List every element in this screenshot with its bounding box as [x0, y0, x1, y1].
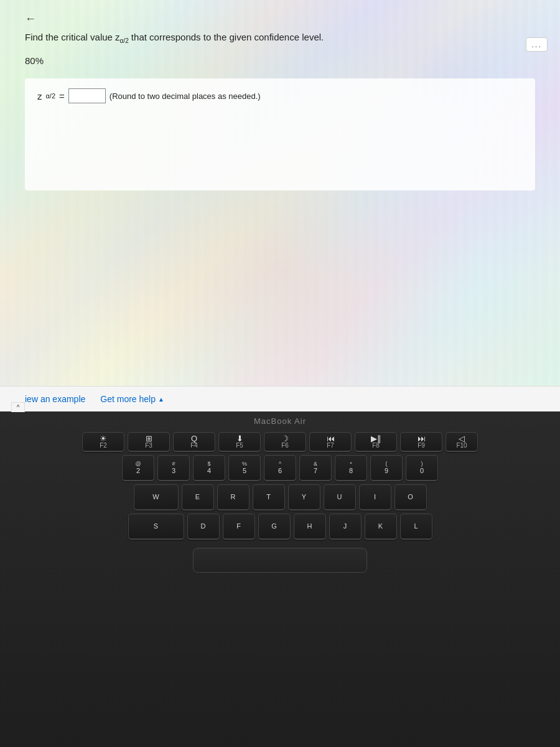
key-f4[interactable]: Q F4: [173, 432, 215, 452]
key-r[interactable]: R: [217, 484, 250, 510]
view-example-link[interactable]: iew an example: [25, 394, 85, 404]
question-suffix: that corresponds to the given confidence…: [129, 32, 324, 42]
key-j[interactable]: J: [329, 514, 362, 540]
key-rparen-0[interactable]: ) 0: [406, 455, 438, 481]
u-letter: U: [337, 494, 342, 500]
fn-key-row: ☀ F2 ⊞ F3 Q F4 ⬇ F5 ☽ F6 ⏮ F7: [16, 432, 544, 452]
caret-up-icon: ▲: [158, 396, 164, 403]
number-2: 2: [136, 467, 140, 474]
f10-label: F10: [456, 443, 467, 449]
key-d[interactable]: D: [187, 514, 220, 540]
d-letter: D: [201, 523, 206, 530]
key-hash-3[interactable]: # 3: [157, 455, 190, 481]
more-options-button[interactable]: ...: [526, 37, 548, 52]
key-h[interactable]: H: [294, 514, 326, 540]
f8-label: F8: [372, 443, 380, 449]
at-symbol: @: [135, 461, 141, 467]
ampersand-symbol: &: [314, 461, 317, 467]
f3-label: F3: [145, 443, 152, 449]
key-f9[interactable]: ⏭ F9: [400, 432, 442, 452]
formula-row: zα/2 = (Round to two decimal places as n…: [37, 88, 523, 103]
k-letter: K: [378, 523, 383, 530]
number-8: 8: [349, 467, 353, 474]
g-letter: G: [271, 523, 277, 530]
macbook-label: MacBook Air: [254, 416, 306, 426]
keyboard: ☀ F2 ⊞ F3 Q F4 ⬇ F5 ☽ F6 ⏮ F7: [9, 432, 551, 543]
key-o[interactable]: O: [394, 484, 427, 510]
key-f[interactable]: F: [223, 514, 255, 540]
left-paren: (: [386, 461, 388, 467]
get-more-help-text: Get more help: [100, 394, 156, 404]
bottom-bar: ^ iew an example Get more help ▲: [0, 386, 560, 411]
key-y[interactable]: Y: [288, 484, 320, 510]
dollar-symbol: $: [207, 461, 210, 467]
key-f8[interactable]: ▶‖ F8: [355, 432, 397, 452]
f2-label: F2: [100, 443, 107, 449]
key-u[interactable]: U: [324, 484, 356, 510]
f6-label: F6: [281, 443, 289, 449]
hash-symbol: #: [172, 461, 175, 467]
question-prefix: Find the critical value z: [25, 32, 120, 42]
f7-label: F7: [327, 443, 334, 449]
content-box: zα/2 = (Round to two decimal places as n…: [25, 78, 535, 190]
key-percent-5[interactable]: % 5: [228, 455, 261, 481]
y-letter: Y: [302, 494, 306, 500]
key-g[interactable]: G: [258, 514, 291, 540]
key-f10[interactable]: ◁ F10: [446, 432, 478, 452]
key-f2[interactable]: ☀ F2: [82, 432, 124, 452]
key-t[interactable]: T: [253, 484, 285, 510]
key-caret-6[interactable]: ^ 6: [264, 455, 296, 481]
key-amp-7[interactable]: & 7: [299, 455, 332, 481]
o-letter: O: [408, 494, 413, 500]
number-0: 0: [420, 467, 424, 474]
asterisk-symbol: *: [350, 461, 352, 467]
key-k[interactable]: K: [365, 514, 397, 540]
f5-label: F5: [236, 443, 243, 449]
w-letter: W: [152, 494, 159, 500]
f4-label: F4: [190, 443, 198, 449]
get-more-help-link[interactable]: Get more help ▲: [100, 394, 164, 404]
equals-sign: =: [59, 91, 65, 101]
question-title: Find the critical value zα/2 that corres…: [25, 31, 535, 45]
key-f6[interactable]: ☽ F6: [264, 432, 306, 452]
key-w[interactable]: W: [134, 484, 179, 510]
caret-symbol: ^: [279, 461, 281, 467]
z-subscript: α/2: [46, 92, 56, 100]
number-9: 9: [385, 467, 388, 474]
back-arrow[interactable]: ←: [25, 12, 36, 26]
s-letter: S: [154, 523, 158, 530]
number-4: 4: [207, 467, 211, 474]
z-prefix: z: [37, 91, 42, 101]
key-f3[interactable]: ⊞ F3: [128, 432, 170, 452]
round-note: (Round to two decimal places as needed.): [110, 92, 261, 101]
percent-symbol: %: [242, 461, 247, 467]
key-f7[interactable]: ⏮ F7: [309, 432, 352, 452]
f9-label: F9: [418, 443, 425, 449]
number-6: 6: [278, 467, 282, 474]
touchpad[interactable]: [193, 548, 367, 573]
question-subscript: α/2: [120, 37, 129, 44]
macbook-body: MacBook Air ☀ F2 ⊞ F3 Q F4 ⬇ F5 ☽ F6: [0, 411, 560, 747]
confidence-level: 80%: [25, 55, 535, 66]
right-paren: ): [421, 461, 423, 467]
number-3: 3: [172, 467, 175, 474]
h-letter: H: [307, 523, 312, 530]
key-l[interactable]: L: [400, 514, 432, 540]
number-7: 7: [314, 467, 317, 474]
key-asterisk-8[interactable]: * 8: [335, 455, 367, 481]
answer-input[interactable]: [68, 88, 106, 103]
f-letter: F: [236, 523, 241, 530]
key-lparen-9[interactable]: ( 9: [370, 455, 403, 481]
key-f5[interactable]: ⬇ F5: [218, 432, 261, 452]
key-at-2[interactable]: @ 2: [122, 455, 154, 481]
key-dollar-4[interactable]: $ 4: [193, 455, 225, 481]
collapse-button[interactable]: ^: [11, 402, 25, 412]
key-s[interactable]: S: [128, 514, 184, 540]
screen-content: ← Find the critical value zα/2 that corr…: [0, 0, 560, 203]
key-e[interactable]: E: [182, 484, 214, 510]
number-5: 5: [243, 467, 246, 474]
key-i[interactable]: I: [359, 484, 391, 510]
j-letter: J: [343, 523, 347, 530]
asdf-key-row: S D F G H J K L: [16, 514, 544, 540]
qwerty-key-row: W E R T Y U I O: [16, 484, 544, 510]
